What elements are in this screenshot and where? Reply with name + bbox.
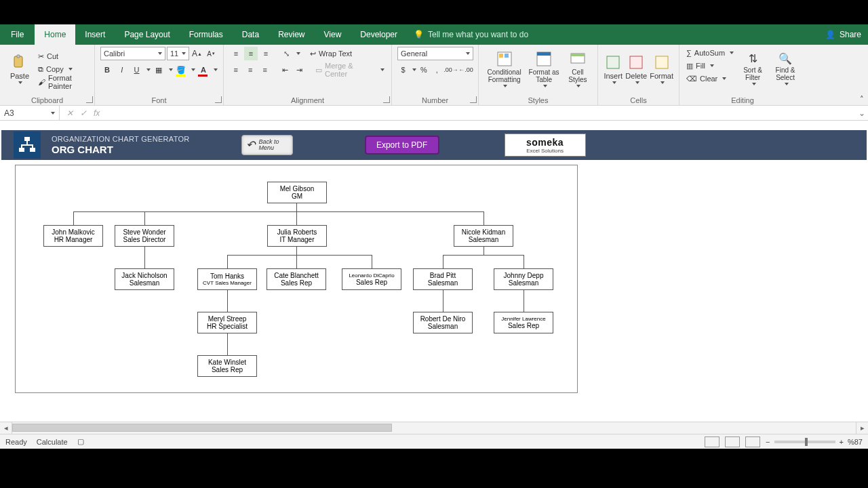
collapse-ribbon-button[interactable]: ˄ (860, 95, 864, 104)
font-size-select[interactable]: 11 (167, 47, 189, 60)
dialog-launcher-icon[interactable] (86, 96, 93, 103)
tab-file[interactable]: File (0, 24, 35, 45)
macro-record-icon[interactable]: ▢ (77, 437, 84, 446)
format-cells-button[interactable]: Format (650, 47, 673, 92)
paste-button[interactable]: Paste (5, 47, 34, 92)
sort-filter-button[interactable]: ⇅ Sort & Filter (738, 47, 768, 92)
tab-view[interactable]: View (315, 24, 351, 45)
name-box[interactable]: A3 (0, 106, 60, 120)
fill-color-button[interactable]: 🪣 (174, 63, 188, 77)
tab-insert[interactable]: Insert (75, 24, 115, 45)
page-break-view-button[interactable] (745, 436, 760, 447)
worksheet-area[interactable]: ORGANIZATION CHART GENERATOR ORG CHART ↶… (0, 121, 868, 422)
zoom-out-button[interactable]: − (766, 438, 770, 446)
scroll-thumb[interactable] (12, 424, 392, 432)
decrease-font-button[interactable]: A▼ (205, 47, 218, 60)
fill-button[interactable]: ▥Fill (685, 60, 735, 72)
chevron-down-icon (169, 68, 173, 71)
insert-cells-button[interactable]: Insert (604, 47, 623, 92)
autosum-button[interactable]: ∑AutoSum (685, 47, 735, 59)
org-node[interactable]: Kate WinsletSales Rep (197, 355, 257, 377)
tab-developer[interactable]: Developer (351, 24, 407, 45)
ribbon-body: Paste ✂Cut ⧉Copy 🖌Format Painter Clipboa… (0, 45, 868, 106)
enter-formula-icon[interactable]: ✓ (80, 108, 87, 118)
format-as-table-button[interactable]: Format as Table (527, 47, 561, 92)
font-name-select[interactable]: Calibri (100, 47, 165, 60)
scroll-track[interactable] (12, 422, 856, 434)
find-select-button[interactable]: 🔍 Find & Select (770, 47, 800, 92)
org-node[interactable]: John MalkovicHR Manager (43, 225, 103, 247)
export-pdf-button[interactable]: Export to PDF (365, 136, 439, 155)
fx-icon[interactable]: fx (94, 108, 100, 118)
normal-view-button[interactable] (705, 436, 719, 447)
page-layout-view-button[interactable] (725, 436, 740, 447)
tab-formulas[interactable]: Formulas (180, 24, 233, 45)
align-right-button[interactable]: ≡ (258, 63, 271, 77)
percent-format-button[interactable]: % (418, 63, 429, 77)
org-node[interactable]: Tom HanksCVT Sales Manager (197, 268, 257, 290)
tell-me-search[interactable]: 💡 Tell me what you want to do (407, 30, 528, 39)
tab-review[interactable]: Review (269, 24, 314, 45)
tab-data[interactable]: Data (233, 24, 269, 45)
org-node[interactable]: Leonardo DiCaprioSales Rep (342, 268, 401, 290)
scroll-right-button[interactable]: ▸ (856, 422, 868, 434)
increase-decimal-button[interactable]: .00→ (444, 63, 458, 77)
bold-button[interactable]: B (100, 63, 114, 77)
someka-brand: someka Excel Solutions (505, 134, 586, 157)
org-node[interactable]: Johnny DeppSalesman (494, 268, 553, 290)
align-bottom-button[interactable]: ≡ (259, 47, 273, 60)
org-node[interactable]: Meryl StreepHR Specialist (197, 312, 257, 333)
merge-center-button[interactable]: ▭Merge & Center (314, 64, 386, 76)
org-node[interactable]: Cate BlanchettSales Rep (267, 268, 326, 290)
decrease-decimal-button[interactable]: ←.00 (459, 63, 473, 77)
tab-home[interactable]: Home (35, 24, 75, 45)
conditional-formatting-button[interactable]: Conditional Formatting (484, 47, 524, 92)
dialog-launcher-icon[interactable] (215, 96, 222, 103)
org-node[interactable]: Jennifer LawrenceSales Rep (494, 312, 553, 333)
borders-button[interactable]: ▦ (152, 63, 165, 77)
org-node[interactable]: Jack NicholsonSalesman (115, 268, 174, 290)
increase-indent-button[interactable]: ⇥ (293, 63, 306, 77)
zoom-in-button[interactable]: + (840, 438, 844, 446)
accounting-format-button[interactable]: $ (397, 63, 409, 77)
zoom-value[interactable]: %87 (848, 438, 863, 446)
tab-page-layout[interactable]: Page Layout (115, 24, 179, 45)
comma-format-button[interactable]: , (431, 63, 443, 77)
node-name: Mel Gibson (280, 185, 315, 193)
org-node[interactable]: Brad PittSalesman (413, 268, 473, 290)
cancel-formula-icon[interactable]: ✕ (66, 108, 73, 118)
formula-input[interactable] (106, 106, 856, 120)
align-middle-button[interactable]: ≡ (244, 47, 258, 60)
dialog-launcher-icon[interactable] (470, 96, 477, 103)
org-node[interactable]: Steve WonderSales Director (115, 225, 174, 247)
align-left-button[interactable]: ≡ (229, 63, 242, 77)
org-node[interactable]: Julia RobertsIT Manager (267, 225, 327, 247)
underline-button[interactable]: U (130, 63, 144, 77)
delete-cells-button[interactable]: Delete (625, 47, 647, 92)
cell-styles-button[interactable]: Cell Styles (564, 47, 592, 92)
back-to-menu-button[interactable]: ↶ Back to Menu (241, 135, 293, 155)
org-title: ORG CHART (52, 144, 190, 155)
number-format-select[interactable]: General (397, 47, 473, 60)
org-node[interactable]: Robert De NiroSalesman (413, 312, 473, 333)
scroll-left-button[interactable]: ◂ (0, 422, 12, 434)
svg-rect-6 (537, 52, 551, 56)
font-color-button[interactable]: A (197, 63, 210, 77)
expand-formula-bar-button[interactable]: ⌄ (856, 108, 868, 118)
status-calculate[interactable]: Calculate (37, 438, 68, 446)
increase-font-button[interactable]: A▲ (191, 47, 203, 60)
decrease-indent-button[interactable]: ⇤ (278, 63, 291, 77)
org-node[interactable]: Mel Gibson GM (267, 182, 327, 203)
org-node[interactable]: Nicole KidmanSalesman (454, 225, 513, 247)
italic-button[interactable]: I (115, 63, 129, 77)
dialog-launcher-icon[interactable] (383, 96, 390, 103)
align-top-button[interactable]: ≡ (229, 47, 243, 60)
wrap-text-button[interactable]: ↩Wrap Text (309, 47, 353, 60)
zoom-slider[interactable] (774, 441, 835, 443)
share-button[interactable]: 👤 Share (825, 30, 861, 39)
cut-button[interactable]: ✂Cut (37, 50, 89, 62)
format-painter-button[interactable]: 🖌Format Painter (37, 76, 89, 88)
orientation-button[interactable]: ⤡ (279, 47, 293, 60)
align-center-button[interactable]: ≡ (243, 63, 256, 77)
clear-button[interactable]: ⌫Clear (685, 73, 735, 85)
